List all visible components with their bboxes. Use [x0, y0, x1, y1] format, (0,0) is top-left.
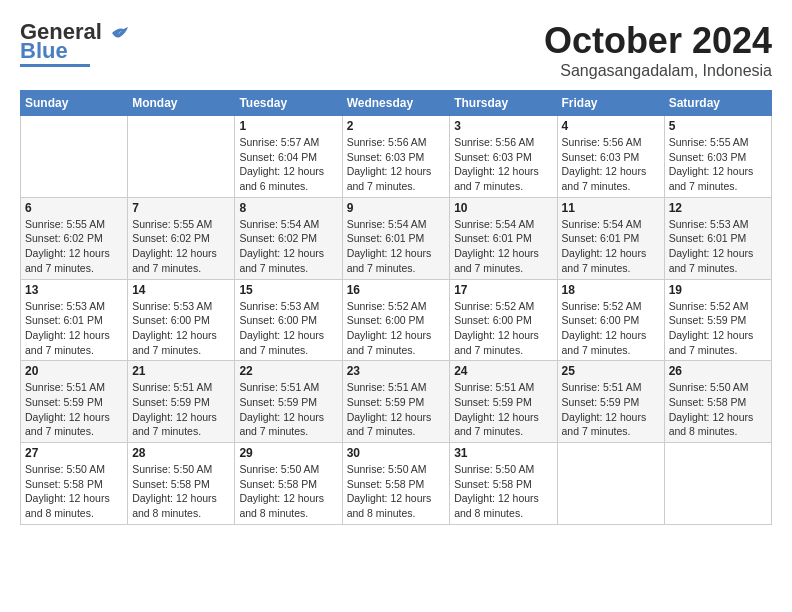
- day-number: 30: [347, 446, 446, 460]
- day-number: 18: [562, 283, 660, 297]
- day-number: 26: [669, 364, 767, 378]
- day-number: 27: [25, 446, 123, 460]
- day-number: 21: [132, 364, 230, 378]
- week-row-2: 6Sunrise: 5:55 AM Sunset: 6:02 PM Daylig…: [21, 197, 772, 279]
- week-row-3: 13Sunrise: 5:53 AM Sunset: 6:01 PM Dayli…: [21, 279, 772, 361]
- cell-content: Sunrise: 5:54 AM Sunset: 6:01 PM Dayligh…: [347, 217, 446, 276]
- calendar-cell: [664, 443, 771, 525]
- day-number: 6: [25, 201, 123, 215]
- day-number: 14: [132, 283, 230, 297]
- logo-underline: [20, 64, 90, 67]
- calendar-cell: 25Sunrise: 5:51 AM Sunset: 5:59 PM Dayli…: [557, 361, 664, 443]
- logo: General Blue: [20, 20, 130, 67]
- cell-content: Sunrise: 5:51 AM Sunset: 5:59 PM Dayligh…: [454, 380, 552, 439]
- calendar-cell: 2Sunrise: 5:56 AM Sunset: 6:03 PM Daylig…: [342, 116, 450, 198]
- calendar-cell: 29Sunrise: 5:50 AM Sunset: 5:58 PM Dayli…: [235, 443, 342, 525]
- calendar-cell: 13Sunrise: 5:53 AM Sunset: 6:01 PM Dayli…: [21, 279, 128, 361]
- cell-content: Sunrise: 5:54 AM Sunset: 6:02 PM Dayligh…: [239, 217, 337, 276]
- cell-content: Sunrise: 5:52 AM Sunset: 6:00 PM Dayligh…: [347, 299, 446, 358]
- cell-content: Sunrise: 5:55 AM Sunset: 6:02 PM Dayligh…: [132, 217, 230, 276]
- calendar-cell: 5Sunrise: 5:55 AM Sunset: 6:03 PM Daylig…: [664, 116, 771, 198]
- page-header: General Blue October 2024 Sangasangadala…: [20, 20, 772, 80]
- cell-content: Sunrise: 5:50 AM Sunset: 5:58 PM Dayligh…: [454, 462, 552, 521]
- calendar-cell: [557, 443, 664, 525]
- calendar-cell: [128, 116, 235, 198]
- cell-content: Sunrise: 5:50 AM Sunset: 5:58 PM Dayligh…: [25, 462, 123, 521]
- cell-content: Sunrise: 5:52 AM Sunset: 6:00 PM Dayligh…: [454, 299, 552, 358]
- calendar-cell: 27Sunrise: 5:50 AM Sunset: 5:58 PM Dayli…: [21, 443, 128, 525]
- cell-content: Sunrise: 5:50 AM Sunset: 5:58 PM Dayligh…: [132, 462, 230, 521]
- day-number: 9: [347, 201, 446, 215]
- cell-content: Sunrise: 5:55 AM Sunset: 6:02 PM Dayligh…: [25, 217, 123, 276]
- location: Sangasangadalam, Indonesia: [544, 62, 772, 80]
- cell-content: Sunrise: 5:53 AM Sunset: 6:00 PM Dayligh…: [239, 299, 337, 358]
- calendar-cell: 10Sunrise: 5:54 AM Sunset: 6:01 PM Dayli…: [450, 197, 557, 279]
- day-number: 19: [669, 283, 767, 297]
- weekday-header-sunday: Sunday: [21, 91, 128, 116]
- day-number: 31: [454, 446, 552, 460]
- weekday-header-saturday: Saturday: [664, 91, 771, 116]
- cell-content: Sunrise: 5:53 AM Sunset: 6:01 PM Dayligh…: [669, 217, 767, 276]
- calendar-cell: 22Sunrise: 5:51 AM Sunset: 5:59 PM Dayli…: [235, 361, 342, 443]
- cell-content: Sunrise: 5:50 AM Sunset: 5:58 PM Dayligh…: [347, 462, 446, 521]
- day-number: 4: [562, 119, 660, 133]
- calendar-cell: 21Sunrise: 5:51 AM Sunset: 5:59 PM Dayli…: [128, 361, 235, 443]
- cell-content: Sunrise: 5:53 AM Sunset: 6:00 PM Dayligh…: [132, 299, 230, 358]
- day-number: 11: [562, 201, 660, 215]
- calendar-cell: 19Sunrise: 5:52 AM Sunset: 5:59 PM Dayli…: [664, 279, 771, 361]
- calendar-cell: 7Sunrise: 5:55 AM Sunset: 6:02 PM Daylig…: [128, 197, 235, 279]
- day-number: 13: [25, 283, 123, 297]
- day-number: 17: [454, 283, 552, 297]
- day-number: 16: [347, 283, 446, 297]
- day-number: 23: [347, 364, 446, 378]
- logo-blue: Blue: [20, 40, 68, 62]
- day-number: 8: [239, 201, 337, 215]
- calendar-cell: 20Sunrise: 5:51 AM Sunset: 5:59 PM Dayli…: [21, 361, 128, 443]
- calendar-cell: 14Sunrise: 5:53 AM Sunset: 6:00 PM Dayli…: [128, 279, 235, 361]
- cell-content: Sunrise: 5:56 AM Sunset: 6:03 PM Dayligh…: [454, 135, 552, 194]
- calendar-cell: 17Sunrise: 5:52 AM Sunset: 6:00 PM Dayli…: [450, 279, 557, 361]
- calendar-cell: 11Sunrise: 5:54 AM Sunset: 6:01 PM Dayli…: [557, 197, 664, 279]
- day-number: 15: [239, 283, 337, 297]
- weekday-header-row: SundayMondayTuesdayWednesdayThursdayFrid…: [21, 91, 772, 116]
- cell-content: Sunrise: 5:54 AM Sunset: 6:01 PM Dayligh…: [454, 217, 552, 276]
- cell-content: Sunrise: 5:51 AM Sunset: 5:59 PM Dayligh…: [239, 380, 337, 439]
- calendar-cell: 30Sunrise: 5:50 AM Sunset: 5:58 PM Dayli…: [342, 443, 450, 525]
- cell-content: Sunrise: 5:51 AM Sunset: 5:59 PM Dayligh…: [347, 380, 446, 439]
- cell-content: Sunrise: 5:56 AM Sunset: 6:03 PM Dayligh…: [562, 135, 660, 194]
- calendar-cell: 24Sunrise: 5:51 AM Sunset: 5:59 PM Dayli…: [450, 361, 557, 443]
- cell-content: Sunrise: 5:54 AM Sunset: 6:01 PM Dayligh…: [562, 217, 660, 276]
- day-number: 10: [454, 201, 552, 215]
- calendar-cell: 31Sunrise: 5:50 AM Sunset: 5:58 PM Dayli…: [450, 443, 557, 525]
- cell-content: Sunrise: 5:51 AM Sunset: 5:59 PM Dayligh…: [25, 380, 123, 439]
- calendar-cell: 9Sunrise: 5:54 AM Sunset: 6:01 PM Daylig…: [342, 197, 450, 279]
- cell-content: Sunrise: 5:56 AM Sunset: 6:03 PM Dayligh…: [347, 135, 446, 194]
- calendar-cell: 4Sunrise: 5:56 AM Sunset: 6:03 PM Daylig…: [557, 116, 664, 198]
- cell-content: Sunrise: 5:53 AM Sunset: 6:01 PM Dayligh…: [25, 299, 123, 358]
- week-row-4: 20Sunrise: 5:51 AM Sunset: 5:59 PM Dayli…: [21, 361, 772, 443]
- day-number: 3: [454, 119, 552, 133]
- cell-content: Sunrise: 5:52 AM Sunset: 5:59 PM Dayligh…: [669, 299, 767, 358]
- weekday-header-thursday: Thursday: [450, 91, 557, 116]
- week-row-1: 1Sunrise: 5:57 AM Sunset: 6:04 PM Daylig…: [21, 116, 772, 198]
- calendar-cell: 15Sunrise: 5:53 AM Sunset: 6:00 PM Dayli…: [235, 279, 342, 361]
- calendar-cell: 16Sunrise: 5:52 AM Sunset: 6:00 PM Dayli…: [342, 279, 450, 361]
- calendar-cell: 18Sunrise: 5:52 AM Sunset: 6:00 PM Dayli…: [557, 279, 664, 361]
- calendar-cell: 26Sunrise: 5:50 AM Sunset: 5:58 PM Dayli…: [664, 361, 771, 443]
- logo-bird-icon: [110, 25, 130, 41]
- title-section: October 2024 Sangasangadalam, Indonesia: [544, 20, 772, 80]
- calendar-cell: 23Sunrise: 5:51 AM Sunset: 5:59 PM Dayli…: [342, 361, 450, 443]
- calendar-cell: 6Sunrise: 5:55 AM Sunset: 6:02 PM Daylig…: [21, 197, 128, 279]
- cell-content: Sunrise: 5:50 AM Sunset: 5:58 PM Dayligh…: [239, 462, 337, 521]
- calendar-cell: 28Sunrise: 5:50 AM Sunset: 5:58 PM Dayli…: [128, 443, 235, 525]
- day-number: 1: [239, 119, 337, 133]
- calendar-cell: 1Sunrise: 5:57 AM Sunset: 6:04 PM Daylig…: [235, 116, 342, 198]
- cell-content: Sunrise: 5:57 AM Sunset: 6:04 PM Dayligh…: [239, 135, 337, 194]
- day-number: 29: [239, 446, 337, 460]
- weekday-header-monday: Monday: [128, 91, 235, 116]
- day-number: 22: [239, 364, 337, 378]
- cell-content: Sunrise: 5:51 AM Sunset: 5:59 PM Dayligh…: [562, 380, 660, 439]
- cell-content: Sunrise: 5:51 AM Sunset: 5:59 PM Dayligh…: [132, 380, 230, 439]
- day-number: 20: [25, 364, 123, 378]
- calendar: SundayMondayTuesdayWednesdayThursdayFrid…: [20, 90, 772, 525]
